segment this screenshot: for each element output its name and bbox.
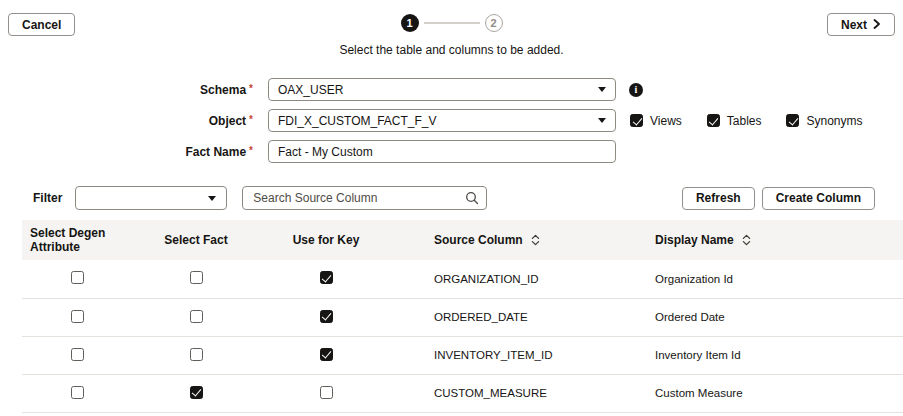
synonyms-checkbox[interactable] — [786, 114, 799, 127]
select-fact-checkbox[interactable] — [190, 348, 203, 361]
table-row: INVENTORY_ITEM_ID Inventory Item Id — [22, 336, 903, 374]
table-body: ORGANIZATION_ID Organization Id ORDERED_… — [22, 260, 903, 412]
add-fact-wizard: { "header": { "cancel_label": "Cancel", … — [0, 0, 903, 416]
filter-select[interactable] — [75, 186, 227, 210]
views-checkbox-item[interactable]: Views — [630, 114, 682, 128]
synonyms-checkbox-label: Synonyms — [806, 114, 862, 128]
schema-row: Schema* OAX_USER i — [0, 78, 903, 101]
use-for-key-checkbox[interactable] — [320, 271, 333, 284]
select-fact-checkbox[interactable] — [190, 271, 203, 284]
fact-name-row: Fact Name* — [0, 140, 903, 163]
schema-label: Schema* — [0, 83, 253, 97]
fact-name-input[interactable] — [278, 145, 606, 159]
table-row: ORDERED_DATE Ordered Date — [22, 298, 903, 336]
select-degen-checkbox[interactable] — [71, 386, 84, 399]
table-selection-form: Schema* OAX_USER i Object* FDI_X_CUSTOM_… — [0, 78, 903, 163]
filter-label: Filter — [33, 191, 62, 205]
source-column-cell: ORDERED_DATE — [392, 298, 639, 336]
search-source-column-input[interactable] — [242, 186, 487, 210]
table-row: CUSTOM_MEASURE Custom Measure — [22, 374, 903, 412]
wizard-top-bar: Cancel 1 2 Next — [0, 0, 903, 36]
sort-icon[interactable] — [742, 234, 751, 246]
chevron-down-icon — [208, 196, 216, 201]
step-2-indicator[interactable]: 2 — [485, 14, 503, 32]
required-marker: * — [249, 83, 253, 94]
required-marker: * — [249, 145, 253, 156]
step-connector-line — [424, 22, 480, 24]
synonyms-checkbox-item[interactable]: Synonyms — [786, 114, 862, 128]
select-fact-checkbox[interactable] — [190, 310, 203, 323]
source-columns-table: Select Degen Attribute Select Fact Use f… — [22, 220, 903, 413]
display-name-cell: Organization Id — [639, 260, 903, 298]
select-degen-checkbox[interactable] — [71, 271, 84, 284]
use-for-key-checkbox[interactable] — [320, 310, 333, 323]
object-row: Object* FDI_X_CUSTOM_FACT_F_V Views Tabl… — [0, 109, 903, 132]
tables-checkbox[interactable] — [707, 114, 720, 127]
search-wrap — [242, 186, 487, 210]
next-button[interactable]: Next — [827, 13, 895, 36]
select-degen-checkbox[interactable] — [71, 348, 84, 361]
column-header-use-for-key: Use for Key — [260, 220, 392, 260]
required-marker: * — [249, 114, 253, 125]
create-column-button[interactable]: Create Column — [762, 187, 875, 210]
toolbar-right-group: Refresh Create Column — [682, 187, 875, 210]
views-checkbox[interactable] — [630, 114, 643, 127]
source-column-cell: INVENTORY_ITEM_ID — [392, 336, 639, 374]
tables-checkbox-item[interactable]: Tables — [707, 114, 762, 128]
schema-select-value: OAX_USER — [278, 83, 343, 97]
source-column-cell: ORGANIZATION_ID — [392, 260, 639, 298]
display-name-cell: Ordered Date — [639, 298, 903, 336]
step-1-indicator[interactable]: 1 — [401, 14, 419, 32]
object-select[interactable]: FDI_X_CUSTOM_FACT_F_V — [268, 109, 616, 132]
fact-name-field-wrap — [268, 140, 616, 163]
search-icon — [465, 191, 479, 208]
next-button-label: Next — [841, 18, 867, 32]
column-header-display-name[interactable]: Display Name — [639, 220, 903, 260]
cancel-button[interactable]: Cancel — [8, 13, 75, 36]
object-select-value: FDI_X_CUSTOM_FACT_F_V — [278, 114, 436, 128]
chevron-down-icon — [598, 87, 606, 92]
select-fact-checkbox[interactable] — [190, 386, 203, 399]
views-checkbox-label: Views — [650, 114, 682, 128]
refresh-button[interactable]: Refresh — [682, 187, 755, 210]
wizard-stepper: 1 2 — [401, 14, 503, 32]
source-column-cell: CUSTOM_MEASURE — [392, 374, 639, 412]
use-for-key-checkbox[interactable] — [320, 386, 333, 399]
schema-select[interactable]: OAX_USER — [268, 78, 616, 101]
table-row: ORGANIZATION_ID Organization Id — [22, 260, 903, 298]
info-icon[interactable]: i — [629, 83, 643, 97]
object-type-filters: Views Tables Synonyms — [630, 114, 863, 128]
column-header-select-degen-attribute: Select Degen Attribute — [22, 220, 132, 260]
object-label: Object* — [0, 114, 253, 128]
tables-checkbox-label: Tables — [727, 114, 762, 128]
chevron-down-icon — [598, 118, 606, 123]
display-name-cell: Inventory Item Id — [639, 336, 903, 374]
column-header-select-fact: Select Fact — [132, 220, 260, 260]
column-header-source-column[interactable]: Source Column — [392, 220, 639, 260]
instruction-text: Select the table and columns to be added… — [0, 43, 903, 57]
sort-icon[interactable] — [531, 234, 540, 246]
table-toolbar: Filter Refresh Create Column — [0, 186, 903, 210]
use-for-key-checkbox[interactable] — [320, 348, 333, 361]
table-header: Select Degen Attribute Select Fact Use f… — [22, 220, 903, 260]
chevron-right-icon — [873, 18, 881, 32]
select-degen-checkbox[interactable] — [71, 310, 84, 323]
display-name-cell: Custom Measure — [639, 374, 903, 412]
fact-name-label: Fact Name* — [0, 145, 253, 159]
